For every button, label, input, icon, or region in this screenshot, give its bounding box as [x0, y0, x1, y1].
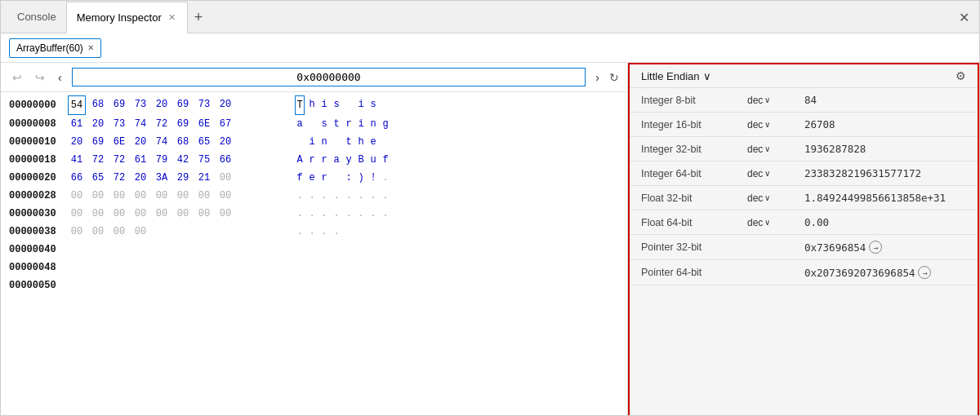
mem-char[interactable] [381, 223, 390, 241]
mem-char[interactable]: . [295, 205, 305, 223]
mem-byte[interactable]: 72 [110, 151, 128, 169]
mem-byte[interactable]: 00 [131, 205, 149, 223]
mem-char[interactable] [368, 223, 378, 241]
format-dropdown[interactable]: dec∨ [747, 168, 782, 179]
format-dropdown[interactable]: dec∨ [747, 119, 782, 131]
mem-char[interactable]: e [368, 133, 378, 151]
mem-char[interactable] [332, 133, 341, 151]
mem-byte[interactable]: 00 [89, 187, 107, 205]
mem-char[interactable]: ) [356, 169, 366, 187]
mem-char[interactable]: ! [368, 169, 378, 187]
mem-char[interactable]: . [307, 205, 317, 223]
mem-byte[interactable]: 00 [110, 205, 128, 223]
mem-byte[interactable]: 20 [131, 133, 149, 151]
mem-char[interactable]: t [332, 115, 341, 133]
mem-byte[interactable]: 20 [216, 133, 234, 151]
mem-char[interactable]: a [332, 151, 341, 169]
mem-byte[interactable]: 00 [174, 187, 192, 205]
mem-char[interactable]: . [319, 205, 329, 223]
tab-memory-inspector[interactable]: Memory Inspector ✕ [66, 2, 188, 33]
mem-char[interactable]: . [307, 187, 317, 205]
mem-char[interactable]: . [295, 223, 305, 241]
mem-byte[interactable]: 73 [110, 115, 128, 133]
mem-char[interactable]: s [332, 95, 341, 115]
mem-char[interactable] [344, 95, 354, 115]
mem-byte[interactable]: 20 [153, 95, 171, 115]
mem-byte[interactable]: 69 [174, 115, 192, 133]
mem-char[interactable]: . [319, 187, 329, 205]
mem-char[interactable]: s [319, 115, 329, 133]
mem-byte[interactable]: 00 [216, 205, 234, 223]
mem-byte[interactable]: 65 [195, 133, 213, 151]
mem-byte[interactable]: 6E [110, 133, 128, 151]
format-dropdown[interactable]: dec∨ [747, 144, 782, 155]
mem-byte[interactable]: 68 [89, 95, 107, 115]
mem-byte[interactable]: 75 [195, 151, 213, 169]
refresh-button[interactable]: ↻ [609, 71, 619, 84]
mem-byte[interactable]: 61 [131, 151, 149, 169]
mem-byte[interactable]: 72 [89, 151, 107, 169]
mem-char[interactable]: n [368, 115, 378, 133]
mem-char[interactable]: : [344, 169, 354, 187]
mem-byte[interactable]: 79 [153, 151, 171, 169]
mem-byte[interactable]: 00 [68, 205, 86, 223]
gear-icon[interactable]: ⚙ [956, 69, 966, 82]
mem-char[interactable]: . [332, 205, 341, 223]
tab-console[interactable]: Console [7, 1, 66, 33]
mem-char[interactable]: r [319, 151, 329, 169]
tab-add-button[interactable]: + [188, 1, 210, 33]
mem-byte[interactable]: 00 [68, 187, 86, 205]
tab-memory-inspector-close[interactable]: ✕ [167, 11, 177, 24]
mem-char[interactable]: r [344, 115, 354, 133]
mem-char[interactable] [356, 223, 366, 241]
mem-char[interactable]: . [368, 205, 378, 223]
mem-char[interactable]: . [307, 223, 317, 241]
mem-byte[interactable]: 61 [68, 115, 86, 133]
mem-char[interactable]: a [295, 115, 305, 133]
mem-char[interactable]: s [368, 95, 378, 115]
mem-byte[interactable]: 00 [216, 169, 234, 187]
redo-button[interactable]: ↪ [32, 69, 48, 86]
mem-byte[interactable]: 6E [195, 115, 213, 133]
mem-byte[interactable]: 00 [153, 205, 171, 223]
mem-byte[interactable]: 73 [131, 95, 149, 115]
mem-char[interactable]: n [319, 133, 329, 151]
mem-byte[interactable]: 66 [216, 151, 234, 169]
format-dropdown[interactable]: dec∨ [747, 217, 782, 228]
prev-button[interactable]: ‹ [55, 69, 65, 86]
mem-char[interactable]: . [344, 205, 354, 223]
mem-char[interactable]: T [295, 95, 305, 115]
window-close-button[interactable]: ✕ [959, 9, 969, 24]
mem-char[interactable]: h [307, 95, 317, 115]
mem-byte[interactable]: 00 [131, 187, 149, 205]
mem-char[interactable]: A [295, 151, 305, 169]
address-input[interactable] [72, 68, 586, 86]
mem-char[interactable]: u [368, 151, 378, 169]
mem-byte[interactable] [153, 223, 171, 241]
mem-byte[interactable]: 41 [68, 151, 86, 169]
mem-char[interactable] [332, 169, 341, 187]
mem-char[interactable] [381, 95, 390, 115]
mem-char[interactable] [307, 115, 317, 133]
mem-byte[interactable]: 20 [68, 133, 86, 151]
mem-byte[interactable]: 00 [89, 223, 107, 241]
mem-byte[interactable]: 00 [89, 205, 107, 223]
mem-char[interactable]: i [307, 133, 317, 151]
mem-byte[interactable]: 72 [153, 115, 171, 133]
mem-char[interactable] [295, 133, 305, 151]
mem-byte[interactable]: 66 [68, 169, 86, 187]
mem-char[interactable]: g [381, 115, 390, 133]
mem-byte[interactable]: 00 [174, 205, 192, 223]
mem-char[interactable]: i [319, 95, 329, 115]
mem-char[interactable]: . [319, 223, 329, 241]
mem-byte[interactable]: 21 [195, 169, 213, 187]
mem-char[interactable]: . [332, 223, 341, 241]
mem-byte[interactable]: 00 [195, 187, 213, 205]
mem-char[interactable]: y [344, 151, 354, 169]
mem-byte[interactable]: 74 [153, 133, 171, 151]
mem-byte[interactable]: 20 [89, 115, 107, 133]
pointer-navigate-button[interactable]: → [869, 241, 882, 254]
mem-byte[interactable]: 65 [89, 169, 107, 187]
endian-selector[interactable]: Little Endian ∨ [641, 70, 711, 82]
mem-byte[interactable]: 72 [110, 169, 128, 187]
